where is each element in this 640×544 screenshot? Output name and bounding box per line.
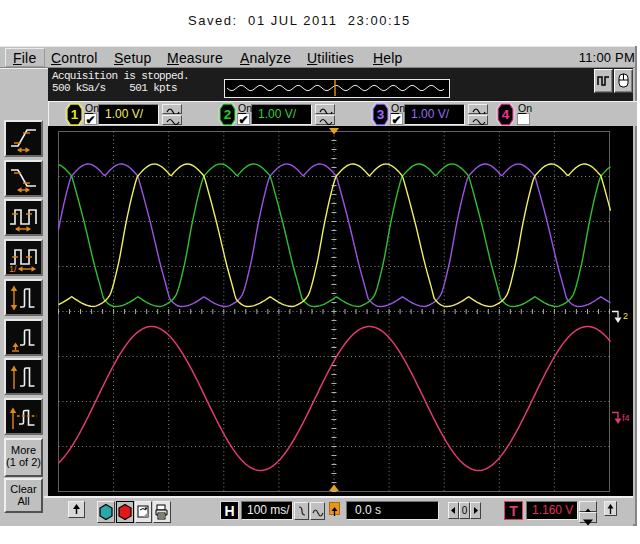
svg-text:1: 1 <box>71 107 79 122</box>
svg-text:1/: 1/ <box>9 264 17 273</box>
svg-text:2: 2 <box>224 107 232 122</box>
svg-text:4: 4 <box>502 107 510 122</box>
svg-text:2: 2 <box>623 311 628 321</box>
svg-text:f4: f4 <box>622 413 630 423</box>
svg-text:3: 3 <box>377 107 385 122</box>
